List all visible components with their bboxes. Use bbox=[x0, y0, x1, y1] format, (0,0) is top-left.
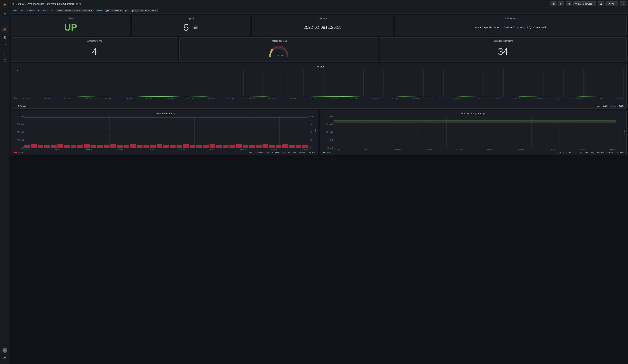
status-value: UP bbox=[14, 21, 127, 34]
svg-text:0.0505%: 0.0505% bbox=[274, 54, 283, 57]
svg-rect-125 bbox=[262, 145, 268, 148]
time-range-button[interactable]: Last 5 minutes bbox=[573, 1, 596, 6]
sidebar-item-help[interactable] bbox=[1, 355, 8, 362]
svg-rect-106 bbox=[137, 145, 143, 148]
memory-charts-row: Memory area [heap] 763 MiB 572 MiB 381 M… bbox=[11, 110, 627, 155]
sidebar-item-shield[interactable] bbox=[1, 57, 8, 64]
pod-chevron: ▼ bbox=[155, 10, 156, 11]
heap-chart-panel: Memory area [heap] 763 MiB 572 MiB 381 M… bbox=[11, 110, 318, 155]
cpu-current-value: 0.0% bbox=[619, 105, 624, 107]
file-descriptors-title: Open file descriptors bbox=[383, 40, 624, 42]
topbar: General / JVM dashboard (for Prometheus … bbox=[10, 0, 628, 8]
nonheap-legend: Used min 47.3 MiB max 48.4 MiB avg 47.8 … bbox=[323, 151, 624, 153]
topbar-actions: Last 5 minutes 30s bbox=[550, 1, 626, 6]
chevron-down-icon bbox=[593, 3, 594, 5]
nonheap-x-labels: 11:26:30 11:27:00 11:27:30 11:28:00 11:2… bbox=[323, 148, 624, 150]
svg-line-24 bbox=[80, 4, 81, 4]
svg-rect-17 bbox=[13, 3, 14, 3]
svg-rect-94 bbox=[58, 145, 63, 148]
svg-rect-90 bbox=[31, 145, 37, 148]
svg-rect-116 bbox=[203, 145, 209, 148]
uptime-value: 5 min bbox=[135, 21, 247, 34]
svg-rect-121 bbox=[236, 145, 242, 148]
starttime-panel: Start time 2022-02-08 11:26:18 bbox=[252, 15, 393, 36]
svg-rect-127 bbox=[276, 145, 281, 148]
zoom-out-button[interactable] bbox=[598, 1, 604, 6]
breadcrumb-separator: / bbox=[25, 2, 26, 5]
svg-point-23 bbox=[81, 4, 81, 5]
svg-point-11 bbox=[4, 36, 6, 39]
heap-avg-value: 65.4 MiB bbox=[288, 151, 296, 153]
refresh-button[interactable]: 30s bbox=[606, 1, 618, 6]
heap-current-value: 74.0 MiB bbox=[308, 151, 315, 153]
refresh-icon bbox=[608, 3, 610, 5]
available-cpus-panel: Available CPUs 4 bbox=[11, 37, 178, 62]
nonheap-max-value: 48.4 MiB bbox=[580, 151, 588, 153]
heap-legend-left: Used bbox=[14, 151, 23, 153]
sidebar-item-settings[interactable] bbox=[1, 50, 8, 57]
heap-y-axis-left: 763 MiB 572 MiB 381 MiB 191 MiB 0 B bbox=[14, 116, 24, 148]
svg-line-34 bbox=[601, 4, 602, 5]
svg-rect-112 bbox=[177, 145, 182, 148]
heap-current-label: current bbox=[299, 151, 305, 153]
nonheap-current-label: current bbox=[607, 151, 613, 153]
external-link-icon[interactable] bbox=[127, 16, 129, 19]
svg-rect-117 bbox=[210, 145, 215, 148]
nonheap-chart-area: 57.2 MiB 38.1 MiB 19.1 MiB 0 B -19 MiB bbox=[323, 116, 624, 148]
svg-rect-7 bbox=[4, 29, 4, 29]
nonheap-y-axis-right: Usage % bbox=[616, 116, 624, 148]
cpu-load-title: Process cpu load bbox=[182, 40, 375, 42]
pod-filter[interactable]: java-java-bf44f8d78-dtrlh ▼ bbox=[131, 9, 157, 12]
datasource-filter[interactable]: Prometheus ▼ bbox=[25, 9, 41, 12]
chart-view-button[interactable] bbox=[550, 1, 556, 6]
cpu-max-label: max bbox=[597, 105, 600, 107]
sidebar-item-add[interactable] bbox=[1, 19, 8, 26]
sidebar-item-explore[interactable] bbox=[1, 34, 8, 41]
svg-rect-107 bbox=[143, 145, 149, 148]
uptime-panel: Uptime 5 min bbox=[132, 15, 250, 36]
heap-legend-color bbox=[14, 152, 17, 153]
svg-rect-110 bbox=[163, 145, 169, 148]
fullscreen-button[interactable] bbox=[620, 1, 626, 6]
heap-y-top: 763 MiB bbox=[17, 115, 24, 117]
sidebar-avatar[interactable]: U bbox=[1, 347, 8, 354]
nonheap-legend-name: Used bbox=[326, 151, 331, 153]
image-button[interactable] bbox=[558, 1, 564, 6]
nonheap-usage-label: Usage % bbox=[624, 129, 625, 136]
svg-rect-108 bbox=[150, 145, 156, 148]
heap-max-value: 74.0 MiB bbox=[272, 151, 280, 153]
service-filter[interactable]: gr5ddce0-5556 ▼ bbox=[105, 9, 123, 12]
svg-rect-101 bbox=[104, 145, 109, 148]
namespace-chevron: ▼ bbox=[91, 10, 92, 11]
star-icon[interactable] bbox=[76, 3, 78, 5]
image-icon bbox=[560, 3, 562, 5]
share-icon[interactable] bbox=[79, 3, 81, 5]
svg-rect-99 bbox=[90, 145, 96, 148]
namespace-filter[interactable]: 0948914e63cc4f21b864f754cd2570a3 ▼ bbox=[56, 9, 94, 12]
cpu-legend-color bbox=[14, 106, 17, 106]
heap-usage-label: Usage % bbox=[315, 129, 317, 136]
nonheap-chart-title: Memory area [nonheap] bbox=[323, 112, 624, 115]
svg-rect-105 bbox=[130, 145, 136, 148]
dashboard-grid-icon bbox=[12, 3, 14, 5]
uptime-title: Uptime bbox=[135, 17, 247, 20]
pod-label: pod bbox=[124, 9, 130, 12]
namespace-label: namespace bbox=[42, 9, 55, 12]
grafana-logo[interactable] bbox=[2, 1, 8, 8]
cpu-load-panel: Process cpu load 0.0505% bbox=[179, 37, 378, 62]
jvm-title: JVM Version bbox=[398, 17, 624, 20]
file-descriptors-panel: Open file descriptors 34 bbox=[380, 37, 627, 62]
svg-rect-118 bbox=[216, 145, 222, 148]
sidebar-item-search[interactable] bbox=[1, 11, 8, 18]
sidebar-item-dashboards[interactable] bbox=[1, 26, 8, 33]
fullscreen-icon bbox=[622, 3, 624, 5]
service-chevron: ▼ bbox=[120, 10, 121, 11]
svg-line-4 bbox=[5, 15, 6, 15]
settings-button[interactable] bbox=[566, 1, 572, 6]
starttime-time: 11:26:18 bbox=[325, 24, 342, 30]
starttime-date: 2022-02-08 bbox=[304, 24, 325, 30]
cpu-chart-svg bbox=[23, 70, 624, 97]
svg-rect-93 bbox=[51, 145, 57, 148]
sidebar-item-alerts[interactable] bbox=[1, 42, 8, 49]
heap-chart-svg-wrap bbox=[24, 116, 308, 148]
